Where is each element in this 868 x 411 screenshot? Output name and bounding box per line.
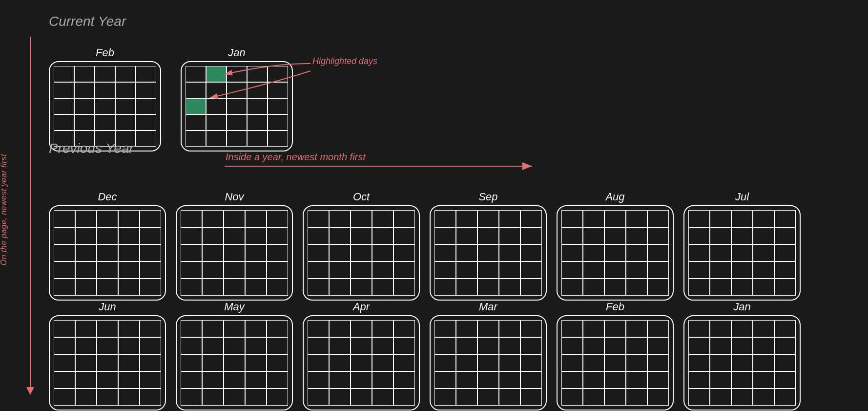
oct-label: Oct (303, 191, 420, 203)
aug-label: Aug (557, 191, 674, 203)
feb-month-label: Feb (49, 46, 161, 59)
jan-current-calendar: Jan (181, 46, 293, 151)
apr-label: Apr (303, 301, 420, 313)
vertical-axis-arrowhead (26, 387, 34, 395)
feb-prev-calendar: Feb (557, 301, 674, 411)
sep-label: Sep (430, 191, 547, 203)
may-label: May (176, 301, 293, 313)
scene: On the page, newest year first Current Y… (0, 0, 868, 411)
may-prev-calendar: May (176, 301, 293, 411)
sep-prev-calendar: Sep (430, 191, 547, 301)
mar-prev-calendar: Mar (430, 301, 547, 411)
nov-label: Nov (176, 191, 293, 203)
jul-prev-calendar: Jul (683, 191, 801, 301)
highlighted-days-annotation: Highlighted days (312, 56, 377, 66)
feb-prev-label: Feb (557, 301, 674, 313)
feb-current-calendar: Feb (49, 46, 161, 151)
mar-label: Mar (430, 301, 547, 313)
jun-prev-calendar: Jun (49, 301, 166, 411)
previous-year-label: Previous Year (49, 141, 134, 156)
oct-prev-calendar: Oct (303, 191, 420, 301)
current-year-label: Current Year (49, 14, 126, 29)
jun-label: Jun (49, 301, 166, 313)
jan-prev-label: Jan (683, 301, 801, 313)
vertical-axis-label: On the page, newest year first (0, 124, 8, 295)
jan-prev-calendar: Jan (683, 301, 801, 411)
dec-label: Dec (49, 191, 166, 203)
nov-prev-calendar: Nov (176, 191, 293, 301)
jul-label: Jul (683, 191, 801, 203)
jan-month-label: Jan (181, 46, 293, 59)
apr-prev-calendar: Apr (303, 301, 420, 411)
inside-year-label: Inside a year, newest month first (226, 151, 366, 163)
aug-prev-calendar: Aug (557, 191, 674, 301)
dec-prev-calendar: Dec (49, 191, 166, 301)
vertical-axis-line (30, 37, 31, 389)
